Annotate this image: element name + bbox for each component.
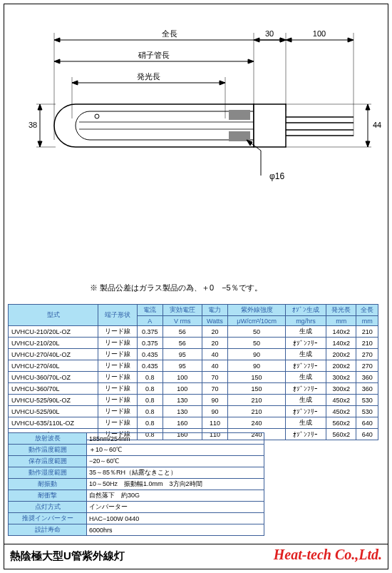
spec-row: 推奨インバーターHAC−100W 0440 [9, 513, 264, 524]
unit-fl: mm [356, 316, 378, 326]
svg-marker-7 [72, 81, 78, 85]
unit-el: mm [326, 316, 356, 326]
hdr-full: 全長 [356, 305, 378, 316]
dim-phi16: φ16 [269, 171, 284, 181]
spec-table-details: 放射波長185nm/254nm動作温度範囲＋10～60℃保存温度範囲−20～60… [8, 432, 264, 536]
table-row: UVHCU-360/70L-OZリード線0.810070150生成300x236… [9, 372, 378, 383]
hdr-terminal: 端子形状 [98, 305, 137, 326]
hdr-current: 電流 [137, 305, 163, 316]
table-row: UVHCU-270/40Lリード線0.435954090ｵｿﾞﾝﾌﾘｰ200x2… [9, 360, 378, 372]
footer: 熱陰極大型U管紫外線灯 Heat-tech Co.,Ltd. [4, 544, 388, 565]
spec-row: 耐衝撃自然落下 約30G [9, 490, 264, 502]
table-row: UVHCU-525/90Lリード線0.813090210ｵｿﾞﾝﾌﾘｰ450x2… [9, 406, 378, 417]
page: 全長 硝子管長 発光長 [4, 4, 388, 569]
table-row: UVHCU-525/90L-OZリード線0.813090210生成450x253… [9, 395, 378, 406]
spec-row: 保存温度範囲−20～60℃ [9, 456, 264, 467]
dim-30: 30 [265, 29, 274, 38]
product-title: 熱陰極大型U管紫外線灯 [10, 549, 125, 563]
svg-marker-33 [38, 141, 42, 147]
svg-marker-16 [254, 38, 259, 42]
svg-marker-32 [38, 104, 42, 110]
spec-row: 耐振動10～50Hz 振動幅1.0mm 3方向2時間 [9, 479, 264, 490]
spec-table-main: 型式 端子形状 電流 実効電圧 電力 紫外線強度 ｵｿﾞﾝ生成 発光長 全長 A… [8, 304, 378, 440]
table-row: UVHCU-210/20Lリード線0.375562050ｵｿﾞﾝﾌﾘｰ140x2… [9, 338, 378, 349]
dim-emit-len: 発光長 [137, 72, 160, 81]
hdr-uv: 紫外線強度 [228, 305, 286, 316]
spec-row: 放射波長185nm/254nm [9, 433, 264, 445]
dim-44: 44 [373, 121, 381, 129]
spec-row: 動作温度範囲＋10～60℃ [9, 445, 264, 456]
spec-row: 点灯方式インバーター [9, 502, 264, 513]
hdr-ozone: ｵｿﾞﾝ生成 [285, 305, 326, 316]
hdr-model: 型式 [9, 305, 98, 326]
svg-rect-26 [254, 104, 286, 147]
svg-marker-38 [366, 141, 370, 147]
svg-marker-4 [54, 59, 60, 64]
unit-oz: mg/hrs [285, 316, 326, 326]
svg-marker-20 [348, 38, 354, 42]
table-row: UVHCU-635/110L-OZリード線0.8160110240生成560x2… [9, 417, 378, 429]
dim-100: 100 [313, 29, 326, 38]
hdr-voltage: 実効電圧 [163, 305, 202, 316]
table-row: UVHCU-270/40L-OZリード線0.435954090生成200x227… [9, 349, 378, 360]
tube-diagram: 全長 硝子管長 発光長 [11, 11, 381, 225]
hdr-emit: 発光長 [326, 305, 356, 316]
svg-marker-1 [54, 38, 60, 42]
svg-marker-8 [220, 81, 225, 85]
tolerance-note: ※ 製品公差はガラス製品の為、＋0 −5％です。 [90, 283, 262, 293]
svg-rect-24 [229, 110, 250, 120]
svg-marker-43 [247, 140, 252, 146]
svg-point-23 [95, 114, 99, 118]
svg-marker-19 [286, 38, 292, 42]
dim-38: 38 [29, 121, 37, 129]
company-name: Heat-tech Co.,Ltd. [274, 547, 382, 563]
table-row: UVHCU-360/70Lリード線0.810070150ｵｿﾞﾝﾌﾘｰ300x2… [9, 383, 378, 395]
unit-v: V rms [163, 316, 202, 326]
spec-row: 動作湿度範囲35～85％RH（結露なきこと） [9, 467, 264, 479]
unit-a: A [137, 316, 163, 326]
table-row: UVHCU-210/20L-OZリード線0.375562050生成140x221… [9, 326, 378, 338]
dim-full-len: 全長 [162, 29, 177, 38]
hdr-power: 電力 [202, 305, 228, 316]
unit-uv: μW/cm²/10cm [228, 316, 286, 326]
svg-marker-5 [248, 59, 254, 64]
unit-w: Watts [202, 316, 228, 326]
spec-row: 設計寿命6000hrs [9, 524, 264, 536]
svg-marker-37 [366, 104, 370, 110]
dim-glass-len: 硝子管長 [138, 51, 170, 59]
